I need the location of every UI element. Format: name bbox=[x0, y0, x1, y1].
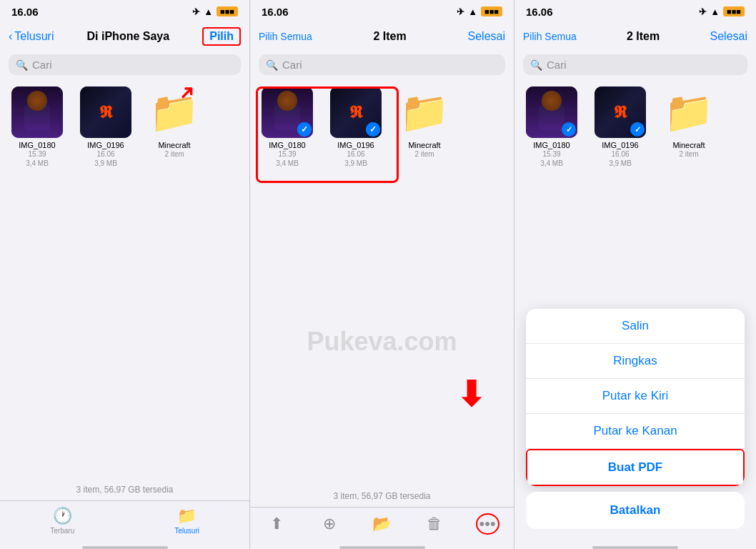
done-button-middle[interactable]: Selesai bbox=[468, 30, 505, 43]
file-meta-img0180-middle: 15.393,4 MB bbox=[276, 149, 299, 168]
item-count-middle: 2 Item bbox=[318, 30, 462, 43]
panel-right: 16.06 ✈ ▲ ■■■ Pilih Semua 2 Item Selesai… bbox=[514, 0, 756, 549]
file-meta-img0196-left: 16.063,9 MB bbox=[94, 149, 117, 168]
add-icon-middle: ⊕ bbox=[323, 515, 336, 533]
item-count-right: 2 Item bbox=[582, 30, 705, 43]
file-name-img0180-left: IMG_0180 bbox=[19, 141, 55, 149]
search-bar-right[interactable]: 🔍 Cari bbox=[523, 54, 747, 75]
menu-item-putar-kiri[interactable]: Putar ke Kiri bbox=[526, 379, 745, 414]
share-icon-middle: ⬆ bbox=[270, 515, 283, 533]
toolbar-share-middle[interactable]: ⬆ bbox=[259, 515, 294, 533]
files-area-left: IMG_0180 15.393,4 MB 𝕽 IMG_0196 16.063,9… bbox=[0, 81, 249, 280]
file-meta-img0196-middle: 16.063,9 MB bbox=[344, 149, 367, 168]
browse-icon-left: 📁 bbox=[177, 507, 197, 525]
file-meta-minecraft-left: 2 item bbox=[164, 149, 184, 159]
more-icon-middle: ••• bbox=[476, 513, 499, 535]
nav-title-left: Di iPhone Saya bbox=[59, 30, 197, 43]
status-bar-left: 16.06 ✈ ▲ ■■■ bbox=[0, 0, 249, 21]
file-item-minecraft-middle[interactable]: 📁 Minecraft 2 item bbox=[396, 86, 453, 168]
folder-icon-minecraft-right: 📁 bbox=[664, 89, 714, 136]
status-time-middle: 16.06 bbox=[262, 6, 289, 18]
file-meta-img0196-right: 16.063,9 MB bbox=[609, 149, 632, 168]
trash-icon-middle: 🗑 bbox=[427, 515, 442, 533]
clock-icon-left: 🕐 bbox=[53, 507, 72, 525]
checkmark-img0196-middle: ✓ bbox=[366, 122, 380, 137]
nav-bar-middle: Pilih Semua 2 Item Selesai bbox=[250, 21, 514, 51]
battery-icon: ■■■ bbox=[217, 6, 238, 16]
file-name-img0196-right: IMG_0196 bbox=[602, 141, 638, 149]
file-item-img0196-left[interactable]: 𝕽 IMG_0196 16.063,9 MB bbox=[77, 86, 134, 168]
menu-item-ringkas[interactable]: Ringkas bbox=[526, 344, 745, 379]
status-footer-left: 3 item, 56,97 GB tersedia bbox=[0, 479, 249, 500]
file-item-img0196-middle[interactable]: 𝕽 ✓ IMG_0196 16.063,9 MB bbox=[327, 86, 384, 168]
search-bar-middle[interactable]: 🔍 Cari bbox=[259, 54, 505, 75]
file-name-img0196-left: IMG_0196 bbox=[87, 141, 124, 149]
file-thumb-minecraft-right: 📁 bbox=[663, 86, 715, 138]
file-thumb-img0196-left: 𝕽 bbox=[80, 86, 131, 138]
file-meta-minecraft-middle: 2 item bbox=[414, 149, 434, 159]
status-time-left: 16.06 bbox=[11, 6, 39, 18]
toolbar-more-middle[interactable]: ••• bbox=[469, 513, 505, 535]
wifi-icon: ▲ bbox=[204, 6, 213, 17]
folder-icon-minecraft-middle: 📁 bbox=[399, 89, 449, 136]
wifi-icon-right: ▲ bbox=[710, 6, 720, 17]
file-name-img0180-right: IMG_0180 bbox=[533, 141, 570, 149]
file-name-minecraft-middle: Minecraft bbox=[408, 141, 440, 149]
watermark: Pukeva.com bbox=[307, 327, 457, 357]
battery-icon-right: ■■■ bbox=[723, 6, 745, 16]
nav-bar-left: ‹ Telusuri Di iPhone Saya Pilih bbox=[0, 21, 249, 51]
checkmark-img0180-right: ✓ bbox=[562, 122, 576, 137]
select-all-button-right[interactable]: Pilih Semua bbox=[523, 31, 577, 42]
img-0180-thumbnail-left bbox=[11, 86, 63, 138]
chevron-left-icon: ‹ bbox=[9, 30, 12, 43]
context-menu: Salin Ringkas Putar ke Kiri Putar ke Kan… bbox=[526, 309, 745, 486]
search-placeholder-right: Cari bbox=[547, 59, 567, 71]
search-bar-left[interactable]: 🔍 Cari bbox=[9, 54, 241, 75]
bottom-toolbar-left: 🕐 Terbaru 📁 Telusuri bbox=[0, 500, 249, 543]
back-button-left[interactable]: ‹ Telusuri bbox=[9, 30, 54, 43]
file-item-img0180-left[interactable]: IMG_0180 15.393,4 MB bbox=[9, 86, 66, 168]
menu-item-batalkan[interactable]: Batalkan bbox=[526, 492, 745, 529]
file-thumb-img0196-middle: 𝕽 ✓ bbox=[330, 86, 382, 138]
file-name-img0180-middle: IMG_0180 bbox=[269, 141, 305, 149]
toolbar-browse-label-left: Telusuri bbox=[175, 527, 199, 535]
home-indicator-right bbox=[592, 546, 678, 549]
home-indicator-middle bbox=[339, 546, 425, 549]
files-grid-right: ✓ IMG_0180 15.393,4 MB 𝕽 ✓ IMG_0196 16.0… bbox=[514, 81, 756, 174]
search-icon-right: 🔍 bbox=[530, 59, 542, 71]
img-0196-thumbnail-left: 𝕽 bbox=[80, 86, 131, 138]
menu-item-putar-kanan[interactable]: Putar ke Kanan bbox=[526, 414, 745, 449]
file-thumb-img0196-right: 𝕽 ✓ bbox=[595, 86, 646, 138]
toolbar-browse-left[interactable]: 📁 Telusuri bbox=[169, 507, 205, 535]
file-thumb-minecraft-middle: 📁 bbox=[399, 86, 450, 138]
toolbar-add-middle[interactable]: ⊕ bbox=[312, 515, 347, 533]
search-placeholder-left: Cari bbox=[32, 59, 52, 71]
toolbar-recent-left[interactable]: 🕐 Terbaru bbox=[44, 507, 80, 535]
checkmark-img0180-middle: ✓ bbox=[297, 122, 312, 137]
file-thumb-img0180-left bbox=[11, 86, 63, 138]
file-name-img0196-middle: IMG_0196 bbox=[337, 141, 374, 149]
toolbar-move-middle[interactable]: 📂 bbox=[364, 515, 399, 533]
done-button-right[interactable]: Selesai bbox=[710, 30, 747, 43]
menu-item-buat-pdf[interactable]: Buat PDF bbox=[526, 449, 745, 486]
menu-item-salin[interactable]: Salin bbox=[526, 309, 745, 344]
toolbar-delete-middle[interactable]: 🗑 bbox=[417, 515, 452, 533]
file-item-img0180-middle[interactable]: ✓ IMG_0180 15.393,4 MB bbox=[259, 86, 316, 168]
file-thumb-minecraft-left: 📁 bbox=[149, 86, 200, 138]
status-icons-right: ✈ ▲ ■■■ bbox=[699, 6, 745, 17]
airplane-icon: ✈ bbox=[192, 6, 200, 17]
airplane-icon-right: ✈ bbox=[699, 6, 707, 17]
wifi-icon-middle: ▲ bbox=[468, 6, 477, 17]
file-item-minecraft-right[interactable]: 📁 Minecraft 2 item bbox=[660, 86, 717, 168]
file-meta-minecraft-right: 2 item bbox=[679, 149, 698, 159]
file-meta-img0180-left: 15.393,4 MB bbox=[26, 149, 49, 168]
file-item-img0196-right[interactable]: 𝕽 ✓ IMG_0196 16.063,9 MB bbox=[592, 86, 649, 168]
select-button-left[interactable]: Pilih bbox=[202, 27, 241, 46]
file-thumb-img0180-right: ✓ bbox=[526, 86, 577, 138]
checkmark-img0196-right: ✓ bbox=[630, 122, 645, 137]
file-item-img0180-right[interactable]: ✓ IMG_0180 15.393,4 MB bbox=[523, 86, 580, 168]
files-grid-middle: ✓ IMG_0180 15.393,4 MB 𝕽 ✓ IMG_0196 16.0… bbox=[250, 81, 514, 174]
file-item-minecraft-left[interactable]: 📁 Minecraft 2 item bbox=[146, 86, 203, 168]
status-footer-middle: 3 item, 56,97 GB tersedia bbox=[250, 485, 514, 507]
select-all-button-middle[interactable]: Pilih Semua bbox=[259, 31, 312, 42]
